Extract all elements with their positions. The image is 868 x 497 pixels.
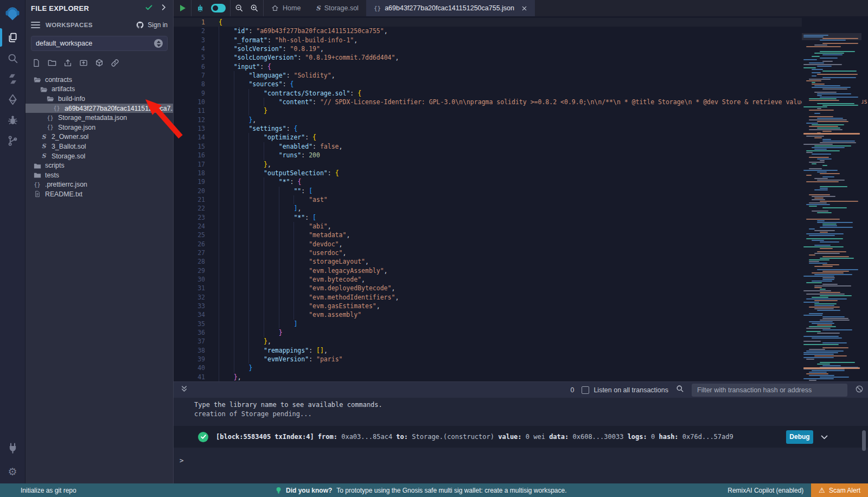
- clear-console-icon[interactable]: [855, 385, 864, 396]
- github-signin-button[interactable]: Sign in: [136, 21, 168, 29]
- rail-solidity-compiler-icon[interactable]: [0, 68, 25, 89]
- remix-ide-window: ⚙ FILE EXPLORER WORKSPACES Sign in defau…: [0, 0, 868, 497]
- collapse-panel-chevron-icon[interactable]: [159, 3, 168, 14]
- code-content: {"id": "a69b43f277ba20fcac141151250ca755…: [219, 18, 802, 381]
- rail-search-icon[interactable]: [0, 48, 25, 68]
- tree-item[interactable]: README.txt: [25, 189, 173, 199]
- close-tab-icon[interactable]: [521, 5, 527, 11]
- tab-home[interactable]: Home: [264, 0, 308, 16]
- code-line: "settings": {: [219, 124, 802, 133]
- tree-item-label: 2_Owner.sol: [52, 133, 88, 141]
- tree-item[interactable]: {}Storage.json: [25, 123, 173, 132]
- code-line: "input": {: [219, 62, 802, 71]
- solidity-file-icon: S: [40, 143, 48, 150]
- code-line: "evm.assembly": [219, 310, 802, 319]
- ai-copilot-robot-icon[interactable]: [196, 4, 205, 12]
- code-line: },: [219, 116, 802, 124]
- tab-a69b43f277ba20fcac141151250ca755-json[interactable]: {}a69b43f277ba20fcac141151250ca755.json: [366, 0, 535, 16]
- tab-label: Home: [283, 4, 301, 12]
- zoom-out-icon[interactable]: [235, 4, 244, 12]
- tree-item-label: contracts: [45, 76, 72, 84]
- run-script-button[interactable]: [178, 4, 187, 12]
- zoom-in-icon[interactable]: [250, 4, 259, 12]
- github-icon: [136, 21, 144, 29]
- code-line: "evm.gasEstimates",: [219, 302, 802, 310]
- status-bar: Initialize as git repo Did you know? To …: [0, 483, 868, 497]
- tree-item[interactable]: {}Storage_metadata.json: [25, 113, 173, 123]
- terminal-search-icon: [676, 385, 684, 395]
- rail-remix-logo-icon[interactable]: [0, 1, 25, 27]
- upload-folder-icon[interactable]: [79, 59, 88, 69]
- code-line: "ast": [219, 195, 802, 204]
- copilot-status[interactable]: RemixAI Copilot (enabled): [727, 487, 803, 494]
- tree-item[interactable]: {}a69b43f277ba20fcac141151250ca7...: [25, 104, 173, 113]
- folder-open-icon: [33, 76, 41, 83]
- tab-storage-sol[interactable]: SStorage.sol: [308, 0, 366, 16]
- transaction-log-row[interactable]: [block:5583405 txIndex:4] from: 0xa03...…: [174, 426, 868, 448]
- icon-rail: ⚙: [0, 0, 25, 483]
- terminal-prompt[interactable]: >: [174, 456, 868, 464]
- folder-open-icon: [40, 86, 48, 93]
- listen-all-label: Listen on all transactions: [593, 386, 668, 394]
- git-init-button[interactable]: Initialize as git repo: [21, 487, 76, 494]
- terminal-scrollbar[interactable]: [862, 430, 866, 451]
- rail-file-explorer-icon[interactable]: [0, 27, 25, 48]
- tree-item-label: tests: [45, 171, 59, 179]
- code-line: },: [219, 160, 802, 169]
- tree-item[interactable]: scripts: [25, 161, 173, 170]
- code-editor[interactable]: 1234567891011121314151617181920212223242…: [174, 16, 868, 381]
- tree-item-label: 3_Ballot.sol: [52, 143, 86, 150]
- workspace-ok-check-icon: [145, 3, 153, 14]
- code-line: "id": "a69b43f277ba20fcac141151250ca755"…: [219, 27, 802, 35]
- debug-button[interactable]: Debug: [786, 430, 813, 444]
- workspaces-menu-icon[interactable]: [31, 22, 40, 28]
- solidity-file-icon: S: [40, 133, 48, 141]
- code-line: "evm.methodIdentifiers",: [219, 293, 802, 302]
- file-explorer-panel: FILE EXPLORER WORKSPACES Sign in default…: [25, 0, 174, 483]
- rail-plugin-manager-icon[interactable]: [0, 436, 25, 460]
- code-line: "": [: [219, 187, 802, 195]
- lightbulb-icon: [276, 487, 282, 494]
- listen-all-checkbox[interactable]: [582, 386, 589, 394]
- code-line: "contracts/Storage.sol": {: [219, 89, 802, 98]
- tx-expand-chevron-icon[interactable]: [820, 432, 829, 442]
- upload-file-icon[interactable]: [63, 59, 72, 69]
- code-line: "sources": {: [219, 80, 802, 88]
- new-folder-icon[interactable]: [48, 59, 56, 69]
- rail-settings-icon[interactable]: ⚙: [0, 460, 25, 483]
- code-line: "evm.legacyAssembly",: [219, 266, 802, 275]
- terminal-output[interactable]: Type the library name to see available c…: [174, 398, 868, 483]
- code-line: }: [219, 328, 802, 337]
- rail-git-icon[interactable]: [0, 130, 25, 151]
- rail-debugger-icon[interactable]: [0, 110, 25, 130]
- new-file-icon[interactable]: [32, 59, 41, 69]
- folder-open-icon: [46, 95, 54, 102]
- tab-label: Storage.sol: [324, 4, 359, 12]
- terminal-expand-icon[interactable]: [180, 385, 188, 395]
- code-line: "storageLayout",: [219, 257, 802, 266]
- minimap[interactable]: [802, 33, 861, 381]
- tree-item[interactable]: artifacts: [25, 85, 173, 94]
- home-icon: [271, 4, 279, 12]
- workspace-select[interactable]: default_workspace: [31, 36, 168, 51]
- tx-filter-input[interactable]: [692, 384, 847, 397]
- code-line: "devdoc",: [219, 240, 802, 248]
- tree-item[interactable]: SStorage.sol: [25, 151, 173, 161]
- tree-item[interactable]: build-info: [25, 94, 173, 104]
- link-icon[interactable]: [111, 59, 119, 69]
- tree-item[interactable]: tests: [25, 170, 173, 180]
- scam-alert-button[interactable]: ⚠ Scam Alert: [811, 483, 868, 497]
- tree-item[interactable]: {}.prettierrc.json: [25, 180, 173, 190]
- copilot-toggle[interactable]: [211, 4, 226, 12]
- tree-item[interactable]: contracts: [25, 75, 173, 85]
- tree-item[interactable]: S2_Owner.sol: [25, 132, 173, 142]
- folder-icon: [33, 171, 41, 179]
- code-line: "enabled": false,: [219, 142, 802, 151]
- warning-icon: ⚠: [819, 487, 825, 494]
- rail-deploy-and-run-icon[interactable]: [0, 89, 25, 110]
- code-line: "abi",: [219, 222, 802, 231]
- tree-item[interactable]: S3_Ballot.sol: [25, 142, 173, 151]
- line-number-gutter: 1234567891011121314151617181920212223242…: [174, 18, 205, 381]
- cube-icon[interactable]: [95, 59, 104, 69]
- terminal-line: creation of Storage pending...: [174, 410, 868, 419]
